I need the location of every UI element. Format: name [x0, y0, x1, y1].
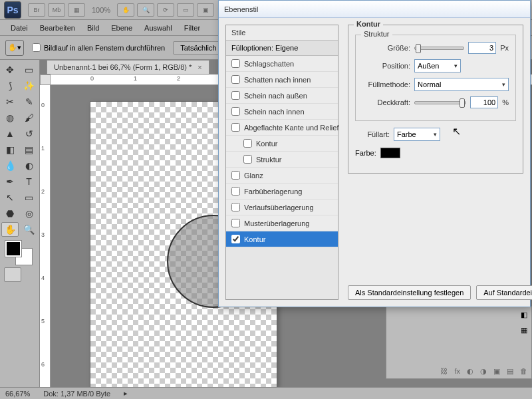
3d-tool-icon[interactable]: ⬣: [1, 206, 19, 221]
make-default-button[interactable]: Als Standardeinstellung festlegen: [348, 285, 471, 300]
foreground-color-swatch[interactable]: [5, 241, 21, 257]
style-outer-glow[interactable]: Schein nach außen: [226, 88, 338, 104]
size-slider[interactable]: [414, 47, 464, 50]
size-input[interactable]: [468, 42, 496, 54]
healing-tool-icon[interactable]: ◍: [1, 110, 19, 125]
menu-bearbeiten[interactable]: Bearbeiten: [35, 22, 80, 34]
pen-tool-icon[interactable]: ✒: [1, 174, 19, 189]
style-checkbox[interactable]: [231, 203, 240, 211]
status-doc-info[interactable]: Dok: 1,37 MB/0 Byte: [43, 390, 110, 398]
style-label: Glanz: [244, 172, 263, 180]
panel-icon[interactable]: ◧: [521, 311, 527, 319]
reset-default-button[interactable]: Auf Standardeins: [476, 285, 532, 300]
style-checkbox[interactable]: [231, 219, 240, 227]
style-checkbox[interactable]: [243, 139, 252, 148]
trash-icon[interactable]: 🗑: [520, 367, 527, 376]
color-swatches[interactable]: [5, 241, 32, 265]
style-stroke[interactable]: Kontur: [226, 231, 338, 247]
style-bevel-contour[interactable]: Kontur: [226, 136, 338, 152]
gradient-tool-icon[interactable]: ▤: [21, 142, 38, 157]
new-layer-icon[interactable]: ▤: [507, 367, 513, 376]
link-icon[interactable]: ⛓: [440, 367, 448, 376]
scroll-all-checkbox-input[interactable]: [32, 43, 41, 52]
dodge-tool-icon[interactable]: ◐: [21, 158, 38, 173]
style-inner-shadow[interactable]: Schatten nach innen: [226, 72, 338, 88]
history-brush-icon[interactable]: ↺: [21, 126, 38, 141]
status-zoom[interactable]: 66,67%: [5, 390, 30, 398]
stamp-tool-icon[interactable]: ▲: [1, 126, 19, 141]
view-extras-icon[interactable]: ▦: [68, 3, 85, 17]
wand-tool-icon[interactable]: ✨: [21, 78, 38, 93]
blur-tool-icon[interactable]: 💧: [1, 158, 19, 173]
zoom-level[interactable]: 100%: [92, 6, 110, 14]
menu-filter[interactable]: Filter: [179, 22, 205, 34]
menu-bild[interactable]: Bild: [82, 22, 104, 34]
style-color-overlay[interactable]: Farbüberlagerung: [226, 184, 338, 200]
filltype-select[interactable]: Farbe: [394, 128, 440, 141]
brush-tool-icon[interactable]: 🖌: [21, 110, 38, 125]
status-arrow-icon[interactable]: ▸: [124, 389, 128, 398]
style-checkbox[interactable]: [231, 107, 240, 116]
bridge-icon[interactable]: Br: [28, 3, 45, 17]
menu-auswahl[interactable]: Auswahl: [139, 22, 178, 34]
folder-icon[interactable]: ▣: [493, 367, 500, 376]
3d-camera-icon[interactable]: ◎: [21, 206, 38, 221]
style-checkbox[interactable]: [231, 123, 240, 132]
opacity-slider[interactable]: [414, 101, 466, 104]
marquee-tool-icon[interactable]: ▭: [21, 63, 38, 77]
style-checkbox[interactable]: [231, 235, 240, 243]
opacity-input[interactable]: [470, 96, 498, 108]
panel-icon[interactable]: ▦: [521, 326, 527, 334]
fx-icon[interactable]: fx: [454, 367, 460, 376]
shape-tool-icon[interactable]: ▭: [21, 190, 38, 205]
style-bevel[interactable]: Abgeflachte Kante und Relief: [226, 120, 338, 136]
adjustment-icon[interactable]: ◑: [480, 367, 487, 376]
blendmode-label: Füllmethode:: [362, 80, 410, 88]
blendmode-select[interactable]: Normal: [414, 78, 509, 91]
document-tab[interactable]: Unbenannt-1 bei 66,7% (Form 1, RGB/8) * …: [47, 60, 209, 74]
style-gradient-overlay[interactable]: Verlaufsüberlagerung: [226, 200, 338, 215]
style-checkbox[interactable]: [231, 91, 240, 100]
hand-shortcut-icon[interactable]: ✋: [117, 3, 134, 17]
hand-tool-preset[interactable]: ✋▾: [5, 40, 24, 56]
quickmask-icon[interactable]: [4, 267, 21, 282]
zoom-tool-icon[interactable]: 🔍: [21, 222, 38, 237]
style-inner-glow[interactable]: Schein nach innen: [226, 104, 338, 120]
menu-ebene[interactable]: Ebene: [106, 22, 138, 34]
dialog-titlebar[interactable]: Ebenenstil: [219, 1, 530, 18]
style-checkbox[interactable]: [231, 59, 240, 68]
style-drop-shadow[interactable]: Schlagschatten: [226, 56, 338, 72]
mask-icon[interactable]: ◐: [467, 367, 473, 376]
ruler-v-tick: 5: [41, 318, 45, 325]
style-satin[interactable]: Glanz: [226, 168, 338, 184]
arrange-icon[interactable]: ▭: [177, 3, 194, 17]
lasso-tool-icon[interactable]: ⟆: [1, 78, 19, 93]
style-bevel-texture[interactable]: Struktur: [226, 152, 338, 168]
zoom-shortcut-icon[interactable]: 🔍: [137, 3, 154, 17]
actual-pixels-button[interactable]: Tatsächlich: [173, 41, 223, 55]
ruler-v-tick: 6: [41, 361, 45, 368]
style-checkbox[interactable]: [231, 75, 240, 84]
scroll-all-windows-checkbox[interactable]: Bildlauf in allen Fenstern durchführen: [32, 43, 165, 52]
screenmode-icon[interactable]: ▣: [197, 3, 214, 17]
move-tool-icon[interactable]: ✥: [1, 63, 19, 77]
style-pattern-overlay[interactable]: Musterüberlagerung: [226, 215, 338, 231]
type-tool-icon[interactable]: T: [21, 174, 38, 189]
crop-tool-icon[interactable]: ✂: [1, 94, 19, 109]
styles-header[interactable]: Stile: [226, 25, 338, 41]
path-select-icon[interactable]: ↖: [1, 190, 19, 205]
stroke-color-swatch[interactable]: [380, 148, 400, 158]
blending-options-row[interactable]: Fülloptionen: Eigene: [226, 41, 338, 56]
menu-datei[interactable]: Datei: [5, 22, 33, 34]
hand-tool-icon[interactable]: ✋: [1, 222, 19, 237]
style-checkbox[interactable]: [243, 155, 252, 164]
position-select[interactable]: Außen: [414, 59, 461, 72]
ruler-origin[interactable]: [40, 74, 51, 85]
eraser-tool-icon[interactable]: ◧: [1, 142, 19, 157]
style-checkbox[interactable]: [231, 187, 240, 196]
rotate-shortcut-icon[interactable]: ⟳: [157, 3, 174, 17]
minibridge-icon[interactable]: Mb: [48, 3, 65, 17]
style-checkbox[interactable]: [231, 171, 240, 180]
eyedropper-tool-icon[interactable]: ✎: [21, 94, 38, 109]
close-icon[interactable]: ×: [198, 63, 201, 71]
